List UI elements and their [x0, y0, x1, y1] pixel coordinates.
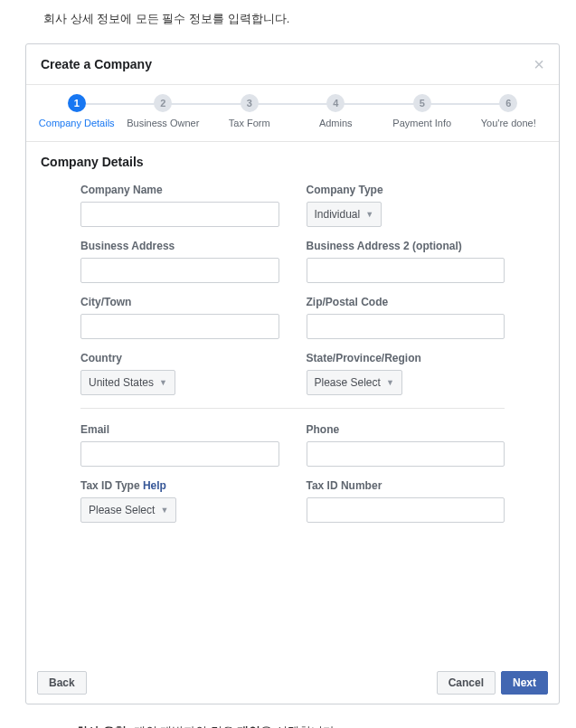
tax-id-number-input[interactable]: [307, 497, 505, 523]
step-done[interactable]: 6 You're done!: [466, 94, 552, 128]
email-input[interactable]: [80, 441, 279, 467]
step-business-owner[interactable]: 2 Business Owner: [120, 94, 207, 128]
select-value: Please Select: [89, 504, 155, 516]
close-icon[interactable]: ×: [534, 55, 544, 73]
chevron-down-icon: ▼: [160, 506, 168, 515]
dialog-title: Create a Company: [41, 57, 152, 71]
step-tax-form[interactable]: 3 Tax Form: [206, 94, 293, 128]
country-select[interactable]: United States ▼: [80, 370, 175, 395]
intro-text: 회사 상세 정보에 모든 필수 정보를 입력합니다.: [16, 11, 560, 27]
company-type-select[interactable]: Individual ▼: [307, 202, 382, 227]
tax-id-type-select[interactable]: Please Select ▼: [80, 497, 176, 523]
business-address-input[interactable]: [80, 258, 279, 283]
select-value: Individual: [315, 208, 361, 221]
city-town-label: City/Town: [80, 296, 279, 308]
phone-input[interactable]: [307, 441, 505, 467]
step-admins[interactable]: 4 Admins: [293, 94, 380, 128]
back-button[interactable]: Back: [37, 671, 87, 695]
company-name-label: Company Name: [80, 184, 279, 196]
email-label: Email: [80, 423, 279, 436]
step-circle: 3: [241, 94, 259, 112]
form-divider: [80, 408, 505, 409]
step-circle: 5: [413, 94, 431, 112]
tax-id-help-link[interactable]: Help: [143, 479, 166, 492]
next-button[interactable]: Next: [501, 671, 548, 695]
cancel-button[interactable]: Cancel: [437, 671, 496, 695]
business-address2-label: Business Address 2 (optional): [307, 240, 505, 252]
step-label: Tax Form: [206, 118, 293, 128]
chevron-down-icon: ▼: [159, 378, 167, 387]
instruction-list: 회사 유형: 개인 개발자인 경우 개인을 선택합니다. 입력한 납세자 번호에…: [60, 723, 560, 728]
city-town-input[interactable]: [80, 314, 279, 339]
dialog-header: Create a Company ×: [26, 44, 559, 85]
select-value: Please Select: [315, 376, 381, 389]
dialog-footer: Back Cancel Next: [26, 662, 559, 704]
company-type-label: Company Type: [307, 184, 505, 196]
step-label: Business Owner: [120, 118, 207, 128]
zip-input[interactable]: [307, 314, 505, 339]
state-select[interactable]: Please Select ▼: [307, 370, 402, 395]
state-label: State/Province/Region: [307, 352, 505, 364]
select-value: United States: [89, 376, 154, 389]
zip-label: Zip/Postal Code: [307, 296, 505, 308]
tax-id-number-label: Tax ID Number: [307, 479, 505, 492]
form-body: Company Name Company Type Individual ▼ B…: [26, 178, 559, 544]
step-circle: 1: [68, 94, 86, 112]
step-payment-info[interactable]: 5 Payment Info: [379, 94, 466, 128]
step-circle: 2: [154, 94, 172, 112]
chevron-down-icon: ▼: [365, 210, 373, 219]
section-title: Company Details: [26, 142, 559, 178]
list-item: 회사 유형: 개인 개발자인 경우 개인을 선택합니다.: [60, 723, 560, 728]
business-address2-input[interactable]: [307, 258, 505, 283]
tax-id-type-label: Tax ID Type Help: [80, 479, 279, 492]
country-label: Country: [80, 352, 279, 364]
phone-label: Phone: [307, 423, 505, 436]
step-label: Admins: [293, 118, 380, 128]
company-name-input[interactable]: [80, 202, 279, 227]
step-company-details[interactable]: 1 Company Details: [33, 94, 120, 128]
create-company-dialog: Create a Company × 1 Company Details 2 B…: [25, 43, 560, 704]
step-label: Payment Info: [379, 118, 466, 128]
chevron-down-icon: ▼: [386, 378, 394, 387]
step-circle: 6: [499, 94, 517, 112]
step-label: Company Details: [33, 118, 120, 128]
step-label: You're done!: [466, 118, 552, 128]
stepper: 1 Company Details 2 Business Owner 3 Tax…: [26, 85, 559, 142]
business-address-label: Business Address: [80, 240, 279, 252]
step-circle: 4: [326, 94, 345, 112]
